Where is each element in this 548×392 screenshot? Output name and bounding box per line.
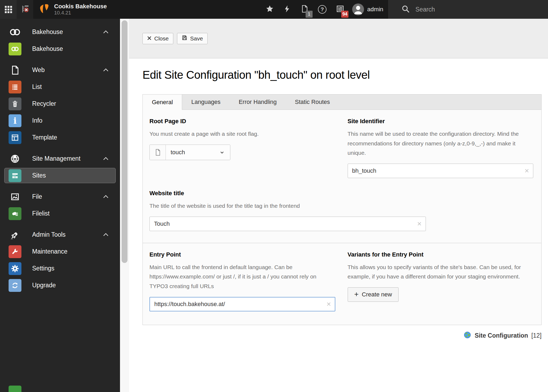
field-label: Website title: [149, 190, 533, 197]
sidebar-item-label: Bakehouse: [32, 45, 63, 52]
website-title-input[interactable]: [149, 217, 426, 231]
sidebar-item-maintenance[interactable]: Maintenance: [0, 243, 120, 260]
field-root-page-id: Root Page ID You must create a page with…: [149, 118, 335, 160]
field-description: You must create a page with a site root …: [149, 129, 335, 139]
module-menu-toggle[interactable]: [0, 0, 17, 19]
page-scrollbar[interactable]: [120, 19, 129, 392]
trash-icon: [9, 97, 21, 110]
list-module-icon: [9, 81, 21, 93]
section-file[interactable]: File: [0, 188, 120, 205]
close-icon: [147, 35, 152, 42]
record-uid: [12]: [531, 332, 542, 339]
sidebar-item-bakehouse[interactable]: Bakehouse: [0, 40, 120, 57]
field-description: This allows you to specify variants of t…: [348, 262, 534, 281]
record-type-label: Site Configuration: [475, 332, 528, 339]
sidebar-item-filelist[interactable]: Filelist: [0, 205, 120, 222]
section-web[interactable]: Web: [0, 62, 120, 78]
sidebar-item-label: Maintenance: [32, 248, 67, 255]
module-menu: Bakehouse Bakehouse Web List: [0, 19, 120, 392]
bolt-icon: [283, 5, 291, 14]
site-identifier-input[interactable]: [348, 164, 534, 178]
pretzel-outline-icon: [9, 26, 21, 39]
field-site-identifier: Site Identifier This name will be used t…: [348, 118, 534, 178]
clear-icon[interactable]: ×: [525, 167, 529, 175]
sidebar-item-list[interactable]: List: [0, 78, 120, 95]
sidebar-item-settings[interactable]: Settings: [0, 260, 120, 277]
tab-bar: General Languages Error Handling Static …: [143, 95, 541, 110]
chevron-up-icon: [102, 193, 109, 200]
scrollbar-thumb[interactable]: [122, 20, 127, 263]
section-admin-tools[interactable]: Admin Tools: [0, 226, 120, 243]
sidebar-item-sites[interactable]: Sites: [0, 167, 120, 184]
search-icon: [401, 4, 410, 14]
globe-outline-icon: [9, 152, 21, 165]
field-label: Entry Point: [149, 251, 335, 258]
field-description: Main URL to call the frontend in default…: [149, 262, 335, 291]
sidebar-item-label: Sites: [32, 172, 46, 179]
image-outline-icon: [9, 190, 21, 203]
create-new-label: Create new: [362, 291, 392, 298]
tab-general[interactable]: General: [143, 95, 182, 110]
toolbar-search[interactable]: Search: [388, 0, 548, 19]
entry-point-input[interactable]: [149, 297, 335, 311]
field-label: Root Page ID: [149, 118, 335, 125]
bakehouse-module-icon: [9, 43, 21, 55]
sidebar-item-info[interactable]: i Info: [0, 112, 120, 129]
sidebar-item-label: Recycler: [32, 100, 56, 107]
brand[interactable]: Cookis Bakehouse 10.4.21: [38, 3, 107, 16]
field-entry-point: Entry Point Main URL to call the fronten…: [149, 251, 335, 311]
typo3-logo-icon: [38, 3, 50, 16]
field-label: Site Identifier: [348, 118, 534, 125]
filelist-cloud-icon: [9, 207, 21, 220]
section-label: Web: [32, 66, 45, 74]
field-description: This name will be used to create the con…: [348, 129, 534, 158]
clear-cache-button[interactable]: [283, 5, 291, 14]
user-menu[interactable]: admin: [352, 3, 383, 15]
opendocs-button[interactable]: 1: [300, 4, 309, 14]
sidebar-item-upgrade[interactable]: Upgrade: [0, 277, 120, 294]
section-bakehouse[interactable]: Bakehouse: [0, 24, 120, 40]
page-icon: [150, 145, 166, 160]
sidebar-item-recycler[interactable]: Recycler: [0, 95, 120, 112]
clear-icon[interactable]: ×: [417, 220, 421, 228]
clear-icon[interactable]: ×: [326, 300, 331, 308]
sidebar-item-label: List: [32, 83, 42, 91]
tab-error-handling[interactable]: Error Handling: [230, 95, 286, 110]
save-button[interactable]: Save: [177, 33, 208, 44]
info-icon: i: [9, 114, 21, 127]
plus-icon: +: [354, 291, 359, 298]
systeminfo-button[interactable]: 94: [336, 4, 345, 14]
help-button[interactable]: ?: [318, 5, 326, 14]
pagetree-toggle[interactable]: [17, 0, 33, 19]
tab-static-routes[interactable]: Static Routes: [286, 95, 339, 110]
field-website-title: Website title The title of the website i…: [149, 190, 533, 231]
create-new-variant-button[interactable]: + Create new: [348, 287, 399, 302]
field-entry-point-variants: Variants for the Entry Point This allows…: [348, 251, 534, 302]
page-title: Edit Site Configuration "bh_touch" on ro…: [142, 69, 542, 81]
chevron-up-icon: [102, 67, 109, 74]
section-site-management[interactable]: Site Management: [0, 150, 120, 167]
globe-color-icon: [463, 331, 471, 341]
chevron-up-icon: [102, 155, 109, 162]
avatar: [352, 3, 364, 15]
sidebar-item-label: Upgrade: [32, 282, 56, 289]
close-button[interactable]: Close: [142, 33, 173, 44]
pagetree-hidden-icon: [20, 3, 30, 15]
save-label: Save: [190, 35, 203, 42]
sidebar-item-template[interactable]: Template: [0, 129, 120, 146]
main-content: Close Save Edit Site Configuration "bh_t…: [129, 19, 548, 392]
username-label: admin: [367, 6, 383, 13]
tab-languages[interactable]: Languages: [182, 95, 230, 110]
site-name: Cookis Bakehouse: [54, 3, 107, 10]
field-description: The title of the website is used for the…: [149, 201, 533, 211]
help-icon: ?: [318, 5, 326, 14]
topbar: Cookis Bakehouse 10.4.21 1 ?: [0, 0, 548, 19]
bookmarks-button[interactable]: [265, 5, 274, 14]
root-page-select[interactable]: touch: [166, 145, 230, 160]
error-count-badge: 94: [341, 11, 348, 18]
general-sheet: Root Page ID You must create a page with…: [143, 110, 541, 243]
sidebar-item-partial-icon[interactable]: [9, 386, 21, 392]
root-page-select-value: touch: [171, 149, 185, 156]
save-icon: [182, 35, 187, 42]
typo3-version: 10.4.21: [54, 10, 107, 16]
